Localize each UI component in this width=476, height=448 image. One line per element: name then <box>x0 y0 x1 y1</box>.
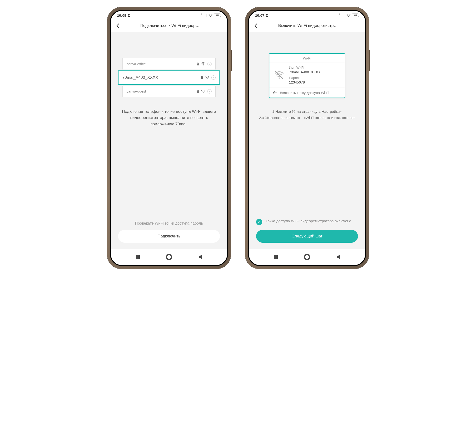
network-label: R <box>339 13 341 16</box>
svg-rect-1 <box>197 64 199 65</box>
svg-point-2 <box>203 65 204 65</box>
wifi-signal-icon <box>201 62 205 66</box>
wifi-off-icon <box>274 69 285 80</box>
chevron-right-icon: › <box>211 75 216 80</box>
wifi-list: banya-office › 70mai_A400_XXXX › <box>118 58 220 97</box>
network-label: R <box>201 13 203 16</box>
screen-bezel: 10:08 Σ R 46 Подключиться к Wi-Fi видеор… <box>110 10 228 266</box>
screen: 10:08 Σ R 46 Подключиться к Wi-Fi видеор… <box>111 11 227 265</box>
lock-icon <box>197 62 199 66</box>
wifi-name-label: Имя Wi-Fi <box>289 66 321 69</box>
lock-icon <box>197 90 199 93</box>
chevron-right-icon: › <box>207 62 212 66</box>
next-step-button-label: Следующий шаг <box>292 234 322 239</box>
wifi-item[interactable]: banya-guest › <box>122 86 216 97</box>
status-time: 10:07 <box>255 13 264 17</box>
nav-home-icon[interactable] <box>304 254 310 260</box>
wifi-item-selected[interactable]: 70mai_A400_XXXX › <box>118 70 220 85</box>
svg-point-6 <box>203 92 204 93</box>
arrow-left-icon <box>273 91 277 95</box>
battery-icon: 46 <box>214 14 221 17</box>
svg-point-8 <box>278 77 280 78</box>
chevron-right-icon: › <box>207 89 212 94</box>
wifi-item[interactable]: banya-office › <box>122 58 216 69</box>
nav-home-icon[interactable] <box>166 254 172 260</box>
system-nav-bar <box>111 249 227 265</box>
svg-point-7 <box>348 16 349 17</box>
card-title: Wi-Fi <box>269 54 345 63</box>
instruction-line-1: 1.Нажмите на страницу « Настройки» <box>256 108 358 115</box>
card-footer-label: Включить точку доступа Wi-Fi <box>280 91 329 95</box>
nav-back-icon[interactable] <box>336 255 340 259</box>
wifi-info-card: Wi-Fi Имя Wi-Fi 70mai_A400_XXXX <box>269 53 345 98</box>
app-header: Включить Wi-Fi видеорегистр… <box>249 20 365 32</box>
wifi-name: banya-guest <box>126 89 195 93</box>
screen: 10:07 Σ R 46 Включить Wi-Fi видеорегистр… <box>249 11 365 265</box>
nav-recent-icon[interactable] <box>136 255 140 259</box>
status-bar: 10:07 Σ R 46 <box>249 11 365 20</box>
wifi-icon <box>346 14 351 17</box>
app-indicator-icon: Σ <box>266 13 268 17</box>
wifi-signal-icon <box>205 76 210 79</box>
wifi-icon <box>209 14 213 17</box>
signal-icon <box>204 14 207 17</box>
connect-button-label: Подключить <box>158 234 180 239</box>
phone-right: 10:07 Σ R 46 Включить Wi-Fi видеорегистр… <box>245 7 369 269</box>
page-title: Подключиться к Wi-Fi видеор… <box>124 23 216 28</box>
wifi-signal-icon <box>201 90 205 93</box>
page-title: Включить Wi-Fi видеорегистр… <box>262 23 354 28</box>
screen-bezel: 10:07 Σ R 46 Включить Wi-Fi видеорегистр… <box>248 10 366 266</box>
system-nav-bar <box>249 249 365 265</box>
app-header: Подключиться к Wi-Fi видеор… <box>111 20 227 32</box>
status-bar: 10:08 Σ R 46 <box>111 11 227 20</box>
connect-button[interactable]: Подключить <box>118 230 220 243</box>
svg-point-0 <box>210 16 211 17</box>
nav-recent-icon[interactable] <box>274 255 278 259</box>
enable-hotspot-row[interactable]: Включить точку доступа Wi-Fi <box>269 88 345 98</box>
wifi-name: 70mai_A400_XXXX <box>122 75 199 80</box>
instructions: 1.Нажмите на страницу « Настройки» 2.« У… <box>256 108 358 121</box>
back-button[interactable] <box>253 23 258 28</box>
next-step-button[interactable]: Следующий шаг <box>256 230 358 243</box>
app-indicator-icon: Σ <box>128 13 130 17</box>
status-time: 10:08 <box>117 13 126 17</box>
wifi-name: banya-office <box>126 62 195 66</box>
wifi-name-value: 70mai_A400_XXXX <box>289 70 321 74</box>
content-area: banya-office › 70mai_A400_XXXX › <box>111 32 227 249</box>
svg-point-4 <box>207 78 208 79</box>
confirm-label: Точка доступа Wi-Fi видеорегистратора вк… <box>266 218 351 224</box>
lock-icon <box>201 76 203 79</box>
battery-icon: 46 <box>352 14 359 17</box>
gear-icon <box>292 110 296 113</box>
svg-point-10 <box>293 111 294 112</box>
wifi-password-value: 12345678 <box>289 80 321 84</box>
hint-text: Проверьте Wi-Fi точки доступа пароль <box>118 221 220 225</box>
instruction-text: Подключив телефон к точке доступа Wi-Fi … <box>118 108 220 127</box>
instruction-line-2: 2.« Установка системы» - «Wi-Fi хотспот»… <box>256 115 358 121</box>
phone-left: 10:08 Σ R 46 Подключиться к Wi-Fi видеор… <box>107 7 231 269</box>
svg-rect-5 <box>197 91 199 93</box>
svg-rect-3 <box>201 77 203 79</box>
check-icon: ✓ <box>256 219 262 225</box>
signal-icon <box>342 14 345 17</box>
nav-back-icon[interactable] <box>198 255 202 259</box>
back-button[interactable] <box>115 23 120 28</box>
wifi-password-label: Пароль <box>289 76 321 80</box>
content-area: Wi-Fi Имя Wi-Fi 70mai_A400_XXXX <box>249 32 365 249</box>
confirm-checkbox-row[interactable]: ✓ Точка доступа Wi-Fi видеорегистратора … <box>256 218 358 225</box>
